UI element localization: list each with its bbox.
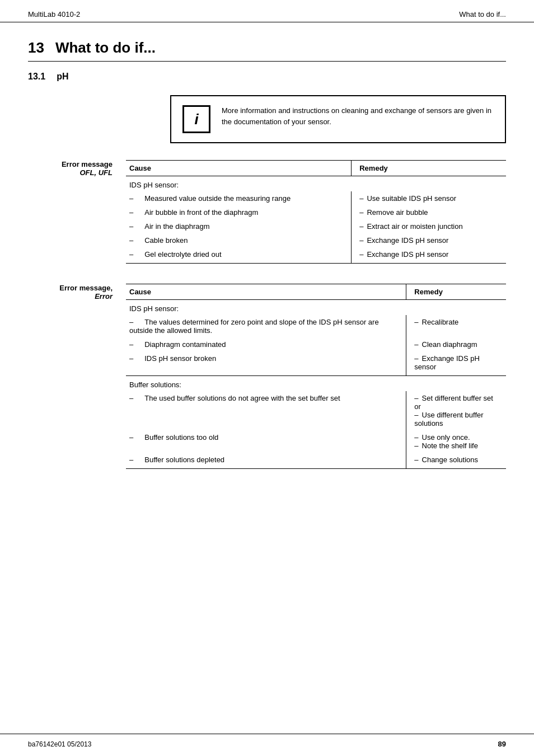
remedy-cell: –Use only once.–Note the shelf life	[406, 430, 506, 453]
error-section-ofl-ufl: Error message OFL, UFL Cause Remedy IDS …	[28, 160, 506, 264]
top-header: MultiLab 4010-2 What to do if...	[0, 0, 534, 22]
error-label-1-title: Error message	[28, 160, 113, 168]
remedy-cell: –Exchange IDS pH sensor	[352, 233, 506, 247]
error-section-error: Error message, Error Cause Remedy IDS pH…	[28, 284, 506, 469]
remedy-cell: –Recalibrate	[406, 315, 506, 337]
error-label-1: Error message OFL, UFL	[28, 160, 126, 264]
error-table-2: Cause Remedy IDS pH sensor:–The values d…	[126, 284, 506, 469]
error-label-2-code: Error	[28, 292, 113, 300]
error-table-1: Cause Remedy IDS pH sensor:–Measured val…	[126, 160, 506, 264]
bottom-footer: ba76142e01 05/2013 89	[0, 734, 534, 756]
table-header-row-1: Cause Remedy	[126, 161, 506, 176]
chapter-number: 13	[28, 39, 44, 57]
cause-cell: –Buffer solutions too old	[126, 430, 406, 453]
cause-cell: –Gel electrolyte dried out	[126, 247, 352, 264]
section-title: pH	[57, 72, 68, 82]
table-row: –Cable broken –Exchange IDS pH sensor	[126, 233, 506, 247]
remedy-cell: –Remove air bubble	[352, 205, 506, 219]
error-table-2-wrapper: Cause Remedy IDS pH sensor:–The values d…	[126, 284, 506, 469]
cause-cell: –Buffer solutions depleted	[126, 453, 406, 469]
table-row: –IDS pH sensor broken –Exchange IDS pH s…	[126, 351, 506, 376]
section-heading: 13.1 pH	[28, 72, 506, 82]
error-table-1-wrapper: Cause Remedy IDS pH sensor:–Measured val…	[126, 160, 506, 264]
table-section-row: Buffer solutions:	[126, 376, 506, 392]
cause-cell: –Measured value outside the measuring ra…	[126, 191, 352, 205]
footer-left: ba76142e01 05/2013	[28, 740, 91, 748]
table-row: –Buffer solutions too old –Use only once…	[126, 430, 506, 453]
info-text: More information and instructions on cle…	[222, 105, 494, 127]
error-label-2-title: Error message,	[28, 284, 113, 292]
table-header-row-2: Cause Remedy	[126, 284, 506, 300]
info-icon: i	[182, 105, 210, 133]
cause-cell: –The values determined for zero point an…	[126, 315, 406, 337]
footer-right: 89	[498, 740, 506, 748]
cause-cell: –Cable broken	[126, 233, 352, 247]
remedy-cell: –Use suitable IDS pH sensor	[352, 191, 506, 205]
section-label: Buffer solutions:	[126, 376, 506, 392]
table-row: –Air in the diaphragm –Extract air or mo…	[126, 219, 506, 233]
table-row: –The used buffer solutions do not agree …	[126, 391, 506, 430]
error-label-2: Error message, Error	[28, 284, 126, 469]
cause-header-2: Cause	[126, 284, 406, 300]
remedy-cell: –Exchange IDS pH sensor	[406, 351, 506, 376]
chapter-heading: 13 What to do if...	[28, 39, 506, 62]
cause-header-1: Cause	[126, 161, 352, 176]
table-row: –The values determined for zero point an…	[126, 315, 506, 337]
main-content: 13 What to do if... 13.1 pH i More infor…	[0, 22, 534, 534]
info-box: i More information and instructions on c…	[170, 95, 506, 143]
table-row: –Gel electrolyte dried out –Exchange IDS…	[126, 247, 506, 264]
section-label: IDS pH sensor:	[126, 176, 506, 192]
table-section-row: IDS pH sensor:	[126, 176, 506, 192]
table-row: –Measured value outside the measuring ra…	[126, 191, 506, 205]
chapter-title: What to do if...	[55, 39, 156, 57]
cause-cell: –IDS pH sensor broken	[126, 351, 406, 376]
table-row: –Air bubble in front of the diaphragm –R…	[126, 205, 506, 219]
section-label: IDS pH sensor:	[126, 300, 506, 316]
table-row: –Diaphragm contaminated –Clean diaphragm	[126, 337, 506, 351]
error-label-1-code: OFL, UFL	[28, 168, 113, 177]
header-left: MultiLab 4010-2	[28, 10, 80, 18]
header-right: What to do if...	[459, 10, 506, 18]
section-number: 13.1	[28, 72, 45, 82]
cause-cell: –The used buffer solutions do not agree …	[126, 391, 406, 430]
table-section-row: IDS pH sensor:	[126, 300, 506, 316]
cause-cell: –Air in the diaphragm	[126, 219, 352, 233]
remedy-cell: –Clean diaphragm	[406, 337, 506, 351]
remedy-header-1: Remedy	[352, 161, 506, 176]
cause-cell: –Air bubble in front of the diaphragm	[126, 205, 352, 219]
remedy-cell: –Exchange IDS pH sensor	[352, 247, 506, 264]
page: MultiLab 4010-2 What to do if... 13 What…	[0, 0, 534, 756]
remedy-header-2: Remedy	[406, 284, 506, 300]
remedy-cell: –Set different buffer setor–Use differen…	[406, 391, 506, 430]
table-row: –Buffer solutions depleted –Change solut…	[126, 453, 506, 469]
remedy-cell: –Change solutions	[406, 453, 506, 469]
cause-cell: –Diaphragm contaminated	[126, 337, 406, 351]
remedy-cell: –Extract air or moisten junction	[352, 219, 506, 233]
